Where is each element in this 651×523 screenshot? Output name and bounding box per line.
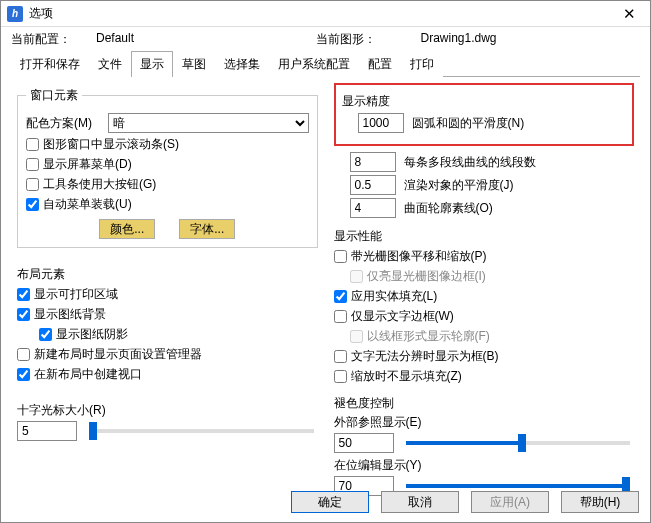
cancel-button[interactable]: 取消 bbox=[381, 491, 459, 513]
poly-seg-input[interactable] bbox=[350, 152, 396, 172]
edit-fade-label: 在位编辑显示(Y) bbox=[334, 457, 635, 474]
arc-smooth-input[interactable] bbox=[358, 113, 404, 133]
solid-fill-checkbox[interactable]: 应用实体填充(L) bbox=[334, 288, 438, 305]
perf-legend: 显示性能 bbox=[334, 228, 635, 245]
current-config-value: Default bbox=[96, 31, 316, 48]
tab-config[interactable]: 配置 bbox=[359, 51, 401, 77]
current-config-label: 当前配置： bbox=[11, 31, 96, 48]
color-button[interactable]: 颜色... bbox=[99, 219, 155, 239]
close-icon[interactable]: ✕ bbox=[614, 5, 644, 23]
window-elements-group: 窗口元素 配色方案(M) 暗 图形窗口中显示滚动条(S) 显示屏幕菜单(D) 工… bbox=[17, 87, 318, 248]
render-smooth-input[interactable] bbox=[350, 175, 396, 195]
paper-bg-checkbox[interactable]: 显示图纸背景 bbox=[17, 306, 106, 323]
tab-open-save[interactable]: 打开和保存 bbox=[11, 51, 89, 77]
no-fill-zoom-checkbox[interactable]: 缩放时不显示填充(Z) bbox=[334, 368, 462, 385]
tab-selection[interactable]: 选择集 bbox=[215, 51, 269, 77]
layout-elements-legend: 布局元素 bbox=[17, 266, 318, 283]
font-button[interactable]: 字体... bbox=[179, 219, 235, 239]
screen-menu-checkbox[interactable]: 显示屏幕菜单(D) bbox=[26, 156, 132, 173]
paper-shadow-checkbox[interactable]: 显示图纸阴影 bbox=[39, 326, 128, 343]
crosshair-input[interactable] bbox=[17, 421, 77, 441]
app-logo-icon: h bbox=[7, 6, 23, 22]
wireframe-checkbox: 以线框形式显示轮廓(F) bbox=[350, 328, 490, 345]
current-drawing-label: 当前图形： bbox=[316, 31, 421, 48]
color-scheme-label: 配色方案(M) bbox=[26, 115, 108, 132]
tab-sketch[interactable]: 草图 bbox=[173, 51, 215, 77]
color-scheme-select[interactable]: 暗 bbox=[108, 113, 309, 133]
window-elements-legend: 窗口元素 bbox=[26, 87, 82, 104]
arc-smooth-label: 圆弧和圆的平滑度(N) bbox=[412, 115, 525, 132]
poly-seg-label: 每条多段线曲线的线段数 bbox=[404, 154, 536, 171]
tab-bar: 打开和保存 文件 显示 草图 选择集 用户系统配置 配置 打印 bbox=[11, 50, 640, 77]
contour-label: 曲面轮廓素线(O) bbox=[404, 200, 493, 217]
large-buttons-checkbox[interactable]: 工具条使用大按钮(G) bbox=[26, 176, 156, 193]
xref-fade-slider[interactable] bbox=[406, 441, 631, 445]
current-drawing-value: Drawing1.dwg bbox=[421, 31, 641, 48]
help-button[interactable]: 帮助(H) bbox=[561, 491, 639, 513]
tab-user-sys[interactable]: 用户系统配置 bbox=[269, 51, 359, 77]
text-box-checkbox[interactable]: 文字无法分辨时显示为框(B) bbox=[334, 348, 499, 365]
raster-pan-checkbox[interactable]: 带光栅图像平移和缩放(P) bbox=[334, 248, 487, 265]
precision-highlight: 显示精度 圆弧和圆的平滑度(N) bbox=[334, 83, 635, 146]
text-frame-checkbox[interactable]: 仅显示文字边框(W) bbox=[334, 308, 454, 325]
printable-area-checkbox[interactable]: 显示可打印区域 bbox=[17, 286, 118, 303]
tab-print[interactable]: 打印 bbox=[401, 51, 443, 77]
ok-button[interactable]: 确定 bbox=[291, 491, 369, 513]
window-title: 选项 bbox=[29, 5, 614, 22]
render-smooth-label: 渲染对象的平滑度(J) bbox=[404, 177, 514, 194]
xref-fade-input[interactable] bbox=[334, 433, 394, 453]
layout-elements-group: 布局元素 显示可打印区域 显示图纸背景 显示图纸阴影 新建布局时显示页面设置管理… bbox=[17, 256, 318, 394]
crosshair-label: 十字光标大小(R) bbox=[17, 402, 318, 419]
xref-fade-label: 外部参照显示(E) bbox=[334, 414, 635, 431]
crosshair-slider[interactable] bbox=[89, 429, 314, 433]
highlight-raster-checkbox: 仅亮显光栅图像边框(I) bbox=[350, 268, 486, 285]
contour-input[interactable] bbox=[350, 198, 396, 218]
create-viewport-checkbox[interactable]: 在新布局中创建视口 bbox=[17, 366, 142, 383]
scrollbar-checkbox[interactable]: 图形窗口中显示滚动条(S) bbox=[26, 136, 179, 153]
precision-legend: 显示精度 bbox=[342, 93, 627, 110]
tab-display[interactable]: 显示 bbox=[131, 51, 173, 77]
auto-menu-checkbox[interactable]: 自动菜单装载(U) bbox=[26, 196, 132, 213]
tab-file[interactable]: 文件 bbox=[89, 51, 131, 77]
page-setup-checkbox[interactable]: 新建布局时显示页面设置管理器 bbox=[17, 346, 202, 363]
fade-legend: 褪色度控制 bbox=[334, 395, 635, 412]
apply-button: 应用(A) bbox=[471, 491, 549, 513]
